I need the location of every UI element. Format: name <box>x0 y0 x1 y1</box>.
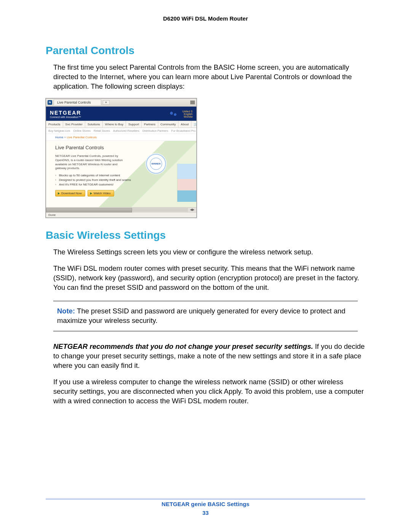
footer-rule <box>46 499 365 499</box>
wireless-p3: NETGEAR recommends that you do not chang… <box>53 342 365 371</box>
scroll-arrows[interactable]: ◀▶ <box>188 208 196 211</box>
subnav-item[interactable]: Authorized Resellers <box>113 129 139 133</box>
subnav-item[interactable]: Distribution Partners <box>142 129 168 133</box>
feature-item: Designed to protect you from identity th… <box>55 178 139 182</box>
nav-item[interactable]: Where to Buy <box>103 121 126 128</box>
section-heading-parental-controls: Parental Controls <box>46 45 365 57</box>
recommendation-bold: NETGEAR recommends that you do not chang… <box>53 342 313 350</box>
region-line3: Worldw <box>182 115 193 118</box>
play-icon <box>58 192 60 195</box>
brand-block: NETGEAR Connect with Innovation™ <box>50 110 81 118</box>
browser-screenshot: N Live Parental Controls + NETGEAR Conne… <box>46 98 197 218</box>
region-line1: United S <box>182 110 193 113</box>
page-title: Live Parental Controls <box>55 145 192 150</box>
feature-list: Blocks up to 50 categories of Internet c… <box>55 174 139 186</box>
note-box: Note: The preset SSID and password are u… <box>53 301 358 331</box>
subnav-item[interactable]: Online Stores <box>73 129 91 133</box>
region-selector[interactable]: United S English Worldw <box>168 110 193 118</box>
play-icon <box>90 192 92 195</box>
breadcrumb-separator: » <box>64 136 66 139</box>
brand-tagline: Connect with Innovation™ <box>50 116 81 118</box>
page-description: NETGEAR Live Parental Controls, powered … <box>55 154 124 171</box>
feature-item: Blocks up to 50 categories of Internet c… <box>55 174 139 177</box>
nav-item[interactable]: Community <box>158 121 178 128</box>
footer-title: NETGEAR genie BASIC Settings <box>0 501 411 507</box>
netgear-favicon: N <box>48 100 52 105</box>
browser-menu-icon[interactable] <box>190 101 195 104</box>
footer-page-number: 33 <box>0 510 411 516</box>
download-now-button[interactable]: Download Now <box>55 190 85 197</box>
new-tab-button[interactable]: + <box>103 100 110 105</box>
nav-item[interactable]: Products <box>46 121 63 128</box>
note-text: The preset SSID and password are uniquel… <box>57 307 346 324</box>
page-content: Live Parental Controls NETGEAR Live Pare… <box>46 141 196 207</box>
breadcrumb-current: Live Parental Controls <box>67 136 97 139</box>
download-label: Download Now <box>61 192 82 195</box>
browser-statusbar: Done <box>46 212 196 217</box>
wireless-p1: The Wireless Settings screen lets you vi… <box>53 248 365 257</box>
subnav-item[interactable]: For Broadband Pro <box>171 129 196 133</box>
feature-item: And it's FREE for NETGEAR customers! <box>55 183 139 186</box>
nav-item[interactable]: Svc Provider <box>63 121 85 128</box>
wireless-p2: The WiFi DSL modem router comes with pre… <box>53 264 365 292</box>
section1-paragraph: The first time you select Parental Contr… <box>53 63 365 91</box>
subnav-item[interactable]: Retail Stores <box>94 129 110 133</box>
nav-item[interactable]: About <box>178 121 191 128</box>
browser-tabbar: N Live Parental Controls + <box>46 99 196 107</box>
hero-image <box>177 164 196 202</box>
nav-item[interactable]: Partners <box>142 121 158 128</box>
globe-icon <box>168 110 180 117</box>
horizontal-scrollbar[interactable]: ◀▶ <box>46 207 196 212</box>
subnav-item[interactable]: Buy Netgear.com <box>48 129 70 133</box>
wireless-p4: If you use a wireless computer to change… <box>53 377 365 406</box>
award-badge: WINNER <box>146 154 166 174</box>
page-footer: NETGEAR genie BASIC Settings 33 <box>0 501 411 516</box>
winner-label: WINNER <box>150 158 162 170</box>
breadcrumb-home[interactable]: Home <box>55 136 63 139</box>
document-header: D6200 WiFi DSL Modem Router <box>46 15 365 22</box>
region-line2: English <box>182 113 193 115</box>
primary-nav: Products Svc Provider Solutions Where to… <box>46 121 196 128</box>
section-heading-wireless: Basic Wireless Settings <box>46 229 365 241</box>
nav-item[interactable]: Support <box>126 121 142 128</box>
breadcrumb: Home » Live Parental Controls <box>46 134 196 141</box>
browser-tab[interactable]: Live Parental Controls <box>54 99 101 105</box>
brand-logo[interactable]: NETGEAR <box>50 110 81 116</box>
note-label: Note: <box>57 307 75 315</box>
nav-item[interactable]: Solutions <box>85 121 103 128</box>
cart-icon[interactable]: 🛒 <box>191 121 200 128</box>
site-header: NETGEAR Connect with Innovation™ United … <box>46 107 196 121</box>
scroll-thumb[interactable] <box>46 208 132 212</box>
watch-label: Watch Video <box>94 192 111 195</box>
watch-video-button[interactable]: Watch Video <box>88 190 114 197</box>
sub-nav: Buy Netgear.com Online Stores Retail Sto… <box>46 128 196 134</box>
